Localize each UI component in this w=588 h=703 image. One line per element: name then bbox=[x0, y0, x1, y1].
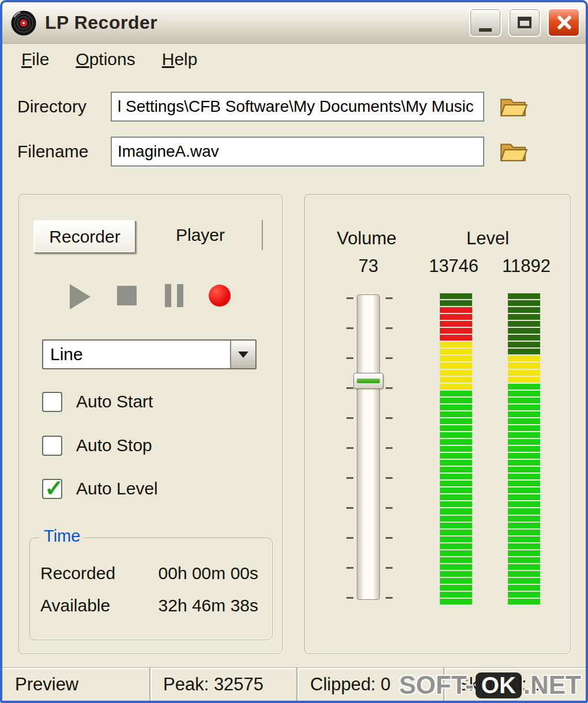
tab-recorder[interactable]: Recorder bbox=[33, 220, 136, 254]
auto-stop-label[interactable]: Auto Stop bbox=[76, 436, 152, 455]
recorder-panel: Recorder Player Line Auto Start Au bbox=[18, 194, 282, 654]
meter-segment-green bbox=[508, 439, 540, 445]
meter-segment-dark bbox=[508, 307, 540, 313]
directory-input[interactable] bbox=[111, 92, 484, 122]
recorded-value: 00h 00m 00s bbox=[159, 564, 258, 583]
meter-segment-green bbox=[508, 460, 540, 466]
meter-segment-red bbox=[440, 328, 472, 334]
auto-start-label[interactable]: Auto Start bbox=[76, 392, 153, 411]
minimize-button[interactable] bbox=[469, 8, 502, 37]
close-icon bbox=[556, 14, 572, 31]
meter-panel: Volume Level 73 13746 11892 bbox=[304, 194, 571, 654]
meter-segment-yellow bbox=[440, 349, 472, 354]
meter-segment-green bbox=[440, 501, 472, 507]
time-group-title: Time bbox=[39, 527, 85, 546]
meter-segment-yellow bbox=[508, 362, 540, 368]
pause-bar bbox=[165, 284, 171, 307]
meter-segment-red bbox=[440, 335, 472, 341]
volume-slider-thumb[interactable] bbox=[353, 373, 383, 389]
left-meter bbox=[440, 293, 472, 604]
auto-stop-checkbox[interactable] bbox=[42, 436, 62, 456]
meter-segment-green bbox=[508, 585, 540, 591]
right-meter bbox=[508, 293, 540, 604]
meter-segment-green bbox=[508, 398, 540, 403]
available-label: Available bbox=[40, 596, 110, 615]
meter-segment-green bbox=[508, 530, 540, 535]
filename-input[interactable] bbox=[111, 137, 484, 167]
filename-label: Filename bbox=[17, 142, 111, 161]
meter-segment-green bbox=[440, 460, 472, 466]
meter-segment-green bbox=[440, 571, 472, 577]
tab-player[interactable]: Player bbox=[139, 220, 263, 250]
meter-segment-green bbox=[440, 439, 472, 445]
watermark: SOFT- OK .NET bbox=[399, 671, 581, 700]
auto-level-checkbox[interactable] bbox=[42, 479, 62, 499]
meter-segment-green bbox=[508, 467, 540, 473]
meter-segment-yellow bbox=[440, 362, 472, 368]
title-bar[interactable]: LP Recorder bbox=[2, 2, 586, 44]
meter-segment-yellow bbox=[440, 384, 472, 390]
maximize-icon bbox=[518, 17, 532, 28]
input-source-select[interactable]: Line bbox=[42, 339, 257, 369]
close-button[interactable] bbox=[548, 8, 580, 37]
meter-segment-green bbox=[508, 592, 540, 598]
play-button[interactable] bbox=[70, 284, 91, 309]
meter-segment-green bbox=[440, 481, 472, 486]
filename-browse-button[interactable] bbox=[498, 139, 528, 164]
menu-file-mnemonic: F bbox=[21, 50, 32, 69]
meter-segment-green bbox=[440, 411, 472, 417]
menu-help[interactable]: Help bbox=[149, 47, 211, 71]
pause-button[interactable] bbox=[165, 284, 183, 307]
meter-segment-green bbox=[508, 418, 540, 424]
recorded-label: Recorded bbox=[40, 564, 115, 583]
meter-segment-green bbox=[508, 536, 540, 542]
meter-segment-green bbox=[508, 599, 540, 604]
meter-segment-yellow bbox=[508, 356, 540, 361]
meter-segment-green bbox=[440, 599, 472, 604]
slider-ticks-left bbox=[346, 297, 353, 599]
meter-segment-yellow bbox=[440, 356, 472, 361]
meter-segment-dark bbox=[440, 300, 472, 306]
meter-segment-green bbox=[440, 523, 472, 528]
menu-options-mnemonic: O bbox=[76, 50, 89, 69]
maximize-button[interactable] bbox=[508, 8, 541, 37]
meter-segment-red bbox=[440, 314, 472, 320]
status-peak: Peak: 32575 bbox=[149, 668, 296, 701]
meter-segment-dark bbox=[508, 335, 540, 341]
time-group: Time Recorded 00h 00m 00s Available 32h … bbox=[29, 538, 273, 640]
meter-segment-green bbox=[440, 487, 472, 493]
meter-segment-green bbox=[508, 481, 540, 486]
meter-segment-green bbox=[440, 405, 472, 410]
meter-segment-green bbox=[440, 425, 472, 431]
status-preview: Preview bbox=[2, 668, 149, 701]
meter-segment-green bbox=[508, 425, 540, 431]
meter-segment-green bbox=[508, 494, 540, 500]
meter-segment-dark bbox=[508, 321, 540, 327]
volume-slider-track[interactable] bbox=[357, 294, 380, 600]
combo-dropdown-button[interactable] bbox=[230, 341, 255, 368]
directory-field-row: Directory bbox=[17, 91, 528, 122]
meter-segment-green bbox=[508, 487, 540, 493]
record-button[interactable] bbox=[209, 285, 231, 307]
auto-level-label[interactable]: Auto Level bbox=[76, 479, 158, 498]
meter-segment-green bbox=[440, 494, 472, 500]
meter-segment-red bbox=[440, 321, 472, 327]
meter-segment-green bbox=[440, 391, 472, 396]
meter-segment-green bbox=[508, 564, 540, 570]
meter-segment-yellow bbox=[508, 370, 540, 376]
meter-segment-green bbox=[440, 432, 472, 438]
menu-options[interactable]: Options bbox=[62, 47, 148, 71]
level-label: Level bbox=[430, 228, 545, 249]
meter-segment-green bbox=[440, 418, 472, 424]
meter-segment-red bbox=[440, 307, 472, 313]
menu-file[interactable]: File bbox=[8, 47, 62, 71]
meter-segment-green bbox=[440, 530, 472, 535]
folder-icon bbox=[499, 139, 527, 163]
meter-segment-yellow bbox=[440, 370, 472, 376]
stop-button[interactable] bbox=[117, 286, 137, 305]
auto-start-checkbox[interactable] bbox=[42, 392, 62, 412]
directory-browse-button[interactable] bbox=[498, 94, 528, 119]
meter-segment-green bbox=[508, 432, 540, 438]
meter-segment-green bbox=[508, 508, 540, 514]
menu-file-label: ile bbox=[32, 50, 49, 69]
